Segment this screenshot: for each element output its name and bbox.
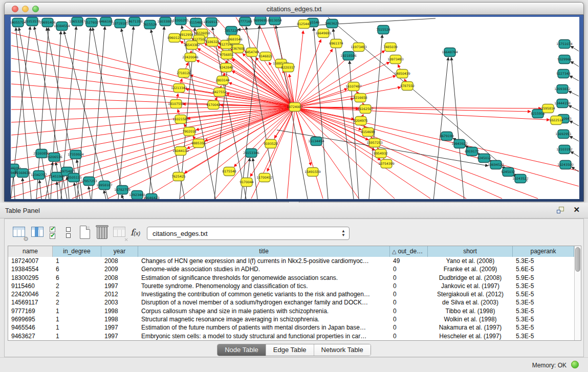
show-columns-button[interactable] [30,225,46,240]
graph-node-teal[interactable]: 9463627 [325,19,339,28]
graph-node-teal[interactable]: 6919177 [465,147,479,156]
graph-node-yellow[interactable]: 9756851 [220,51,234,59]
float-panel-icon[interactable] [557,207,564,214]
graph-node-yellow[interactable]: 16107487 [345,82,362,91]
graph-node-teal[interactable]: 14569117 [203,18,220,27]
function-builder-button[interactable]: f(x) [130,227,140,237]
graph-node-teal[interactable]: 15751074 [556,40,573,49]
graph-node-yellow[interactable]: 10973493 [387,55,404,64]
graph-node-teal[interactable]: 10653287 [69,17,85,26]
graph-node-yellow[interactable]: 20683546 [226,35,243,44]
graph-node-teal[interactable]: 15134454 [308,137,324,146]
graph-node-teal[interactable]: 19218586 [340,52,357,60]
graph-node-teal[interactable]: 1527602 [84,18,99,27]
column-header-title[interactable]: title [138,246,390,257]
graph-node-yellow[interactable]: 9193525 [264,140,278,148]
column-header-pagerank[interactable]: pagerank [513,246,574,257]
create-column-button[interactable] [77,225,93,240]
table-row[interactable]: 1456911722003Disruption of a novel membe… [8,298,574,307]
graph-node-yellow[interactable]: 18724007 [287,103,303,112]
graph-node-yellow[interactable]: 9242848 [219,63,233,72]
graph-node-yellow[interactable]: 16543382 [184,41,200,50]
graph-node-teal[interactable]: 12342757 [31,171,47,180]
graph-node-teal[interactable]: 7615524 [143,20,157,29]
graph-node-teal[interactable]: 10719185 [112,19,128,28]
table-row[interactable]: 1938455462009Genome-wide association stu… [8,265,574,273]
graph-node-yellow[interactable]: 8125443 [297,20,311,29]
graph-node-yellow[interactable]: 1022514 [549,116,563,125]
graph-node-yellow[interactable]: 1595814 [541,104,555,113]
graph-node-teal[interactable]: 12093832 [554,85,571,94]
graph-node-yellow[interactable]: 9885358 [191,139,206,148]
graph-node-teal[interactable]: 10243500 [557,161,574,169]
graph-node-teal[interactable]: 10243522 [512,174,529,183]
graph-node-teal[interactable]: 11568638 [14,169,31,178]
graph-node-yellow[interactable]: 2204975 [354,117,368,125]
graph-node-yellow[interactable]: 9170044 [239,178,254,187]
column-header-short[interactable]: short [428,246,513,257]
graph-node-yellow[interactable]: 9146821 [258,52,273,61]
column-header-year[interactable]: year [101,246,138,257]
table-row[interactable]: 946362711997Embryonic stem cells: a mode… [8,332,574,340]
graph-node-teal[interactable]: 16958107 [96,181,113,190]
table-selector-dropdown[interactable]: citations_edges.txt ▲▼ [147,227,350,240]
graph-node-yellow[interactable]: 8220317 [281,63,295,72]
graph-node-teal[interactable]: 7857224 [224,27,238,35]
table-row[interactable]: 1872400712008Changes of HCN gene express… [8,257,574,265]
graph-node-yellow[interactable]: 12213343 [171,84,187,93]
table-row[interactable]: 2242004622012Investigating the contribut… [8,290,574,298]
close-panel-icon[interactable]: ✕ [573,205,580,214]
graph-node-teal[interactable]: 16648784 [442,48,458,57]
graph-node-teal[interactable]: 20353578 [24,17,40,26]
graph-node-teal[interactable]: 17359924 [68,150,84,159]
column-header-in_degree[interactable]: in_degree [53,246,101,257]
graph-node-yellow[interactable]: 2367608 [231,45,245,53]
graph-node-yellow[interactable]: 18107550 [168,100,184,108]
table-vertical-scrollbar[interactable] [574,246,581,340]
graph-node-teal[interactable]: 9329966 [557,55,572,64]
graph-node-teal[interactable]: 9245032 [501,168,515,177]
table-row[interactable]: 969969511998Structural magnetic resonanc… [8,315,574,323]
graph-node-yellow[interactable]: 8787550 [400,82,415,91]
network-canvas[interactable]: 1405571420353578206914061938455410653287… [11,17,579,199]
graph-node-teal[interactable]: 16033809 [157,17,173,26]
graph-node-teal[interactable]: 19384554 [54,22,70,31]
graph-node-teal[interactable]: 10943922 [451,140,468,148]
window-titlebar[interactable]: citations_edges.txt [4,2,584,15]
graph-node-teal[interactable]: 12444158 [554,99,571,108]
graph-node-yellow[interactable]: 6961374 [329,39,343,48]
graph-node-yellow[interactable]: 8912954 [179,31,193,39]
graph-node-teal[interactable]: 8813054 [268,17,282,25]
column-header-out_de[interactable]: △ out_de… [390,246,428,257]
graph-node-yellow[interactable]: 9154699 [361,128,375,137]
column-settings-button[interactable]: ⚙ [12,225,27,240]
graph-node-yellow[interactable]: 11973493 [351,43,367,52]
table-row[interactable]: 977716911998Corpus callosum shape and si… [8,307,574,315]
delete-column-button[interactable] [95,225,110,240]
graph-node-yellow[interactable]: 16162507 [357,105,374,114]
graph-node-yellow[interactable]: 15491559 [304,168,321,177]
table-row[interactable]: 946554611997Estimation of the future num… [8,323,574,332]
graph-node-yellow[interactable]: 8175548 [222,167,236,176]
graph-node-teal[interactable]: 10046423 [143,194,160,200]
graph-node-teal[interactable]: 14671358 [126,17,143,26]
graph-node-teal[interactable]: 25160850 [33,149,50,158]
graph-node-yellow[interactable]: 14850439 [394,70,410,78]
graph-node-teal[interactable]: 10694522 [488,161,504,169]
graph-node-teal[interactable]: 7515524 [376,26,390,34]
graph-node-yellow[interactable]: 7902016 [182,127,197,136]
tab-network-table[interactable]: Network Table [314,344,371,356]
graph-node-yellow[interactable]: 10754399 [378,160,395,168]
graph-node-teal[interactable]: 6466160 [99,17,113,26]
scrollbar-thumb[interactable] [575,247,580,272]
graph-node-teal[interactable]: 8679199 [440,132,454,141]
graph-node-yellow[interactable]: 15957253 [366,139,383,147]
graph-node-teal[interactable]: 20691406 [39,18,56,27]
graph-node-teal[interactable]: 9777169 [238,17,252,26]
graph-node-teal[interactable]: 12923448 [129,191,145,200]
graph-node-teal[interactable]: 9115460 [189,18,203,27]
graph-node-yellow[interactable]: 2803144 [215,76,230,85]
graph-node-yellow[interactable]: 8954932 [374,149,388,158]
graph-node-yellow[interactable]: 8454749 [245,48,259,57]
graph-node-yellow[interactable]: 8186328 [205,38,220,47]
